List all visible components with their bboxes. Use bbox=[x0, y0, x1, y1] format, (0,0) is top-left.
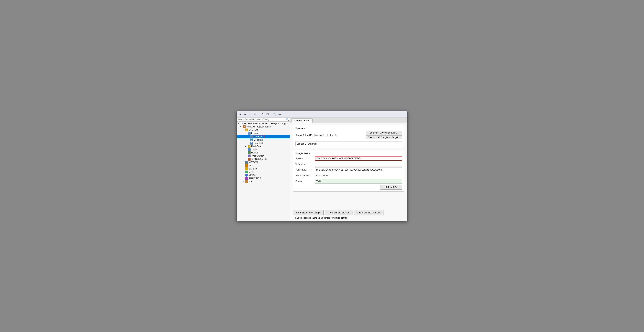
minus-button[interactable]: — bbox=[278, 112, 282, 116]
search-io-button[interactable]: Search in I/O configuration... bbox=[366, 131, 402, 135]
dongle1-box: Dongle 1 bbox=[254, 135, 264, 138]
dongle2-label: Dongle 2 bbox=[254, 139, 263, 141]
routes-label: Routes bbox=[251, 151, 258, 154]
serial-number-row: Serial number: bbox=[296, 173, 402, 178]
public-key-label: Public Key: bbox=[296, 169, 315, 171]
expand-arrow-motion bbox=[242, 161, 245, 163]
expand-arrow-dongle2 bbox=[248, 139, 250, 141]
tree-item-solution[interactable]: ▼ 🗂 Solution 'TwinCAT Project InfoSys' (… bbox=[237, 122, 290, 125]
tree-item-motion[interactable]: MOTION bbox=[237, 161, 290, 164]
volume-id-input[interactable] bbox=[315, 162, 402, 166]
system-id-row: System Id: bbox=[296, 156, 402, 161]
vision-label: VISION bbox=[249, 174, 256, 176]
history-button[interactable]: ⏱ bbox=[260, 112, 264, 116]
right-panel-wrapper: License Device Hardware Dongle (EtherCAT… bbox=[290, 118, 407, 221]
motion-icon bbox=[245, 161, 248, 164]
status-label: Status: bbox=[296, 180, 315, 182]
expand-arrow-twincat: ▼ bbox=[240, 126, 242, 128]
tree-item-plc[interactable]: PLC bbox=[237, 164, 290, 167]
cpp-label: C++ bbox=[249, 171, 253, 173]
expand-arrow-routes bbox=[245, 152, 248, 154]
expand-arrow-analytics bbox=[242, 177, 245, 179]
tree-item-typesystem[interactable]: Type System bbox=[237, 154, 290, 158]
solution-explorer: 🔍 ▼ 🗂 Solution 'TwinCAT Project InfoSys'… bbox=[237, 118, 290, 221]
routes-icon bbox=[248, 151, 251, 154]
cache-checkbox-label: Update license cache using dongle conten… bbox=[297, 217, 348, 219]
dongle2-icon: D bbox=[250, 138, 253, 141]
tree-item-tccom[interactable]: TcCOM Objects bbox=[237, 158, 290, 161]
right-panel: Hardware Dongle (EtherCAT Terminal EL607… bbox=[290, 123, 407, 221]
tree-item-safety[interactable]: SAFETY bbox=[237, 167, 290, 170]
hardware-row: Dongle (EtherCAT Terminal EL6070, USB) S… bbox=[296, 131, 402, 139]
io-icon bbox=[245, 180, 248, 183]
tree-item-license[interactable]: ▼ L License bbox=[237, 132, 290, 135]
tree-item-dongle1[interactable]: D Dongle 1 bbox=[237, 135, 290, 138]
expand-arrow-dongle1 bbox=[248, 136, 250, 137]
tree-item-vision[interactable]: VISION bbox=[237, 174, 290, 177]
tree-item-routes[interactable]: Routes bbox=[237, 151, 290, 154]
home-button[interactable]: ⌂ bbox=[248, 112, 252, 116]
solution-icon: 🗂 bbox=[240, 122, 243, 125]
system-id-label: System Id: bbox=[296, 157, 315, 160]
search-bar: 🔍 bbox=[237, 118, 290, 122]
tree-item-dongle3[interactable]: D Dongle 3 bbox=[237, 142, 290, 145]
hardware-section: Hardware Dongle (EtherCAT Terminal EL607… bbox=[293, 125, 404, 148]
public-key-input[interactable] bbox=[315, 168, 402, 172]
volume-id-row: Volume Id: bbox=[296, 162, 402, 166]
checkbox-row: Update license cache using dongle conten… bbox=[293, 217, 404, 219]
expand-arrow-tasks bbox=[245, 149, 248, 150]
search-usb-button[interactable]: Search USB Dongle on Target... bbox=[366, 135, 402, 139]
tree-item-system[interactable]: ▼ S SYSTEM bbox=[237, 128, 290, 132]
dongle-type-label: Dongle (EtherCAT Terminal EL6070, USB) bbox=[296, 134, 337, 136]
tree-item-dongle2[interactable]: D Dongle 2 bbox=[237, 138, 290, 142]
bottom-actions: Store License on Dongle Clear Dongle Sto… bbox=[290, 208, 407, 221]
tree-item-analytics[interactable]: ANALYTICS bbox=[237, 177, 290, 180]
forward-button[interactable]: ► bbox=[243, 112, 247, 116]
dongle-status-title: Dongle Status bbox=[296, 152, 402, 155]
reload-info-button[interactable]: Reload Info bbox=[380, 185, 402, 190]
cpp-icon bbox=[245, 171, 248, 173]
device-select[interactable] bbox=[296, 142, 402, 146]
status-input[interactable] bbox=[315, 179, 402, 184]
cache-checkbox[interactable] bbox=[293, 217, 296, 219]
typesystem-label: Type System bbox=[251, 155, 264, 157]
expand-arrow-solution: ▼ bbox=[238, 123, 240, 124]
tasks-icon bbox=[248, 148, 251, 151]
serial-number-input[interactable] bbox=[315, 173, 402, 178]
serial-number-label: Serial number: bbox=[296, 174, 315, 177]
tree-item-twincat[interactable]: ▼ P TwinCAT Project InfoSys bbox=[237, 125, 290, 128]
io-label: I/O bbox=[249, 180, 252, 183]
copy-button[interactable]: ⧉ bbox=[253, 112, 257, 116]
main-area: 🔍 ▼ 🗂 Solution 'TwinCAT Project InfoSys'… bbox=[237, 118, 407, 221]
system-id-input[interactable] bbox=[315, 156, 402, 161]
license-label: License bbox=[251, 132, 259, 134]
dongle-status-section: Dongle Status System Id: Volume Id: bbox=[293, 150, 404, 192]
tree-item-cpp[interactable]: C++ bbox=[237, 170, 290, 174]
tree-container: ▼ 🗂 Solution 'TwinCAT Project InfoSys' (… bbox=[237, 122, 290, 221]
safety-icon bbox=[245, 167, 248, 170]
motion-label: MOTION bbox=[249, 161, 258, 164]
clear-dongle-button[interactable]: Clear Dongle Storage bbox=[325, 210, 352, 215]
safety-label: SAFETY bbox=[249, 168, 258, 170]
tree-item-tasks[interactable]: Tasks bbox=[237, 148, 290, 151]
dongle1-label: Dongle 1 bbox=[254, 135, 264, 138]
store-license-button[interactable]: Store License on Dongle bbox=[293, 210, 324, 215]
back-button[interactable]: ◄ bbox=[238, 112, 242, 116]
license-icon: L bbox=[248, 132, 251, 135]
settings-button[interactable]: 🔧 bbox=[273, 112, 277, 116]
search-input[interactable] bbox=[238, 118, 286, 121]
tree-item-realtime[interactable]: ► R Real-Time bbox=[237, 145, 290, 148]
cache-dongle-button[interactable]: Cache Dongle Licenses bbox=[354, 210, 384, 215]
reload-row: Reload Info bbox=[296, 185, 402, 190]
hardware-buttons: Search in I/O configuration... Search US… bbox=[366, 131, 402, 139]
expand-arrow-vision bbox=[242, 174, 245, 176]
project-icon: P bbox=[242, 125, 246, 128]
expand-arrow-tccom bbox=[245, 158, 248, 160]
search-button[interactable]: 🔍 bbox=[286, 118, 289, 121]
volume-id-label: Volume Id: bbox=[296, 163, 315, 165]
tree-item-io[interactable]: ► I/O bbox=[237, 180, 290, 183]
vision-icon bbox=[245, 174, 248, 177]
tab-license-device[interactable]: License Device bbox=[291, 118, 312, 123]
pages-button[interactable]: ❑ bbox=[266, 112, 270, 116]
expand-arrow-realtime: ► bbox=[245, 145, 248, 147]
